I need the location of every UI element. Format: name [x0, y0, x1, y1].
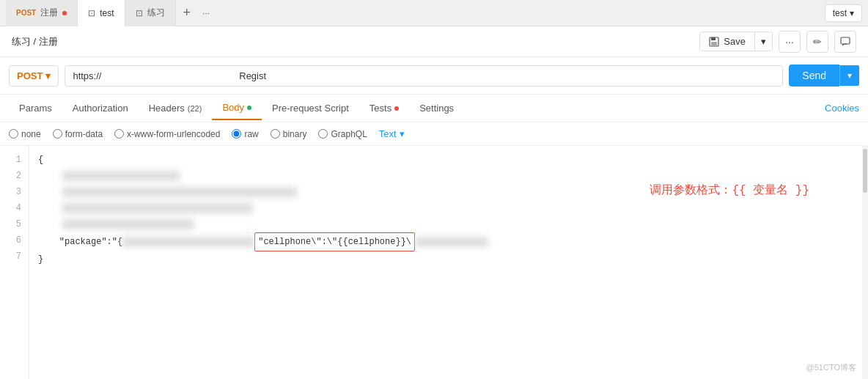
headers-badge: (22) — [188, 104, 202, 113]
code-line-6: "package":"{ "cellphone\":\"{{cellphone}… — [38, 232, 859, 251]
blurred-content — [62, 171, 180, 181]
tab-label: Authorization — [73, 103, 128, 114]
tab-bar: POST 注册 ⊡ test ⊡ 练习 + ··· test ▾ — [0, 0, 868, 26]
comment-icon — [840, 37, 850, 47]
tab-post-register[interactable]: POST 注册 — [6, 0, 78, 26]
more-icon: ··· — [785, 36, 794, 48]
breadcrumb: 练习 / 注册 — [12, 35, 58, 48]
tab-label: 练习 — [147, 7, 165, 19]
tab-label: Tests — [369, 103, 391, 114]
url-bar: POST ▾ Send ▾ — [0, 57, 868, 95]
annotation-text: 调用参数格式：{{ 变量名 }} — [650, 183, 809, 199]
tab-label: Params — [19, 103, 52, 114]
tab-label: Settings — [419, 103, 454, 114]
save-button[interactable]: Save — [700, 32, 755, 51]
code-line-7: } — [38, 251, 859, 268]
body-format-bar: none form-data x-www-form-urlencoded raw… — [0, 122, 868, 146]
cookies-link[interactable]: Cookies — [825, 103, 859, 114]
breadcrumb-prefix: 练习 / — [12, 36, 39, 47]
tab-practice[interactable]: ⊡ 练习 — [125, 0, 176, 26]
tab-tests[interactable]: Tests — [359, 97, 409, 119]
toolbar-actions: Save ▾ ··· ✏ — [699, 31, 856, 53]
edit-icon: ✏ — [813, 36, 822, 48]
edit-button[interactable]: ✏ — [806, 31, 828, 53]
more-tabs-button[interactable]: ··· — [198, 8, 214, 18]
code-line-4 — [38, 200, 859, 216]
save-label: Save — [724, 36, 746, 47]
text-format-label: Text — [379, 128, 397, 139]
blurred-content — [62, 187, 297, 197]
vertical-scrollbar[interactable] — [862, 146, 868, 379]
svg-rect-2 — [711, 42, 717, 45]
code-content[interactable]: { — [29, 146, 868, 379]
tab-icon: ⊡ — [88, 8, 95, 18]
format-raw[interactable]: raw — [232, 129, 258, 139]
tab-label: Pre-request Script — [272, 103, 349, 114]
tab-label: Headers — [149, 103, 185, 114]
method-label: POST — [17, 70, 43, 81]
env-label: test — [833, 8, 847, 18]
tab-test[interactable]: ⊡ test — [78, 0, 125, 26]
format-form-data[interactable]: form-data — [53, 129, 103, 139]
tab-params[interactable]: Params — [9, 97, 62, 119]
method-select[interactable]: POST ▾ — [9, 65, 59, 87]
comment-button[interactable] — [834, 31, 856, 53]
send-button-group: Send ▾ — [789, 65, 859, 87]
chevron-down-icon: ▾ — [850, 8, 854, 18]
chevron-down-icon: ▾ — [761, 36, 766, 47]
tab-authorization[interactable]: Authorization — [62, 97, 139, 119]
toolbar: 练习 / 注册 Save ▾ ··· ✏ — [0, 26, 868, 57]
save-icon — [709, 37, 719, 47]
add-tab-button[interactable]: + — [176, 5, 199, 21]
blurred-content — [62, 203, 253, 213]
tab-settings[interactable]: Settings — [409, 97, 464, 119]
tab-label: Body — [222, 102, 244, 113]
send-button[interactable]: Send — [789, 65, 839, 87]
toolbar-more-button[interactable]: ··· — [779, 31, 801, 53]
svg-rect-3 — [841, 37, 850, 44]
send-arrow-button[interactable]: ▾ — [839, 65, 859, 86]
chevron-down-icon: ▾ — [400, 128, 405, 139]
format-none[interactable]: none — [9, 129, 41, 139]
variable-highlight: "cellphone\":\"{{cellphone}}\ — [254, 232, 415, 251]
line-numbers: 1 2 3 4 5 6 7 — [0, 146, 29, 379]
tab-label: test — [100, 8, 114, 18]
save-arrow-button[interactable]: ▾ — [755, 32, 772, 51]
app-container: POST 注册 ⊡ test ⊡ 练习 + ··· test ▾ 练习 / 注册 — [0, 0, 868, 379]
chevron-down-icon: ▾ — [45, 70, 51, 81]
environment-selector[interactable]: test ▾ — [825, 4, 862, 22]
chevron-down-icon: ▾ — [847, 70, 852, 81]
blurred-content — [122, 237, 254, 247]
blurred-content — [415, 237, 488, 247]
breadcrumb-page: 注册 — [39, 36, 58, 47]
tab-pre-request-script[interactable]: Pre-request Script — [262, 97, 359, 119]
code-editor: 1 2 3 4 5 6 7 { — [0, 146, 868, 379]
save-button-group: Save ▾ — [699, 32, 773, 51]
tab-headers[interactable]: Headers (22) — [139, 97, 213, 119]
url-input[interactable] — [65, 65, 783, 87]
format-urlencoded[interactable]: x-www-form-urlencoded — [114, 129, 220, 139]
scrollbar-thumb[interactable] — [863, 149, 867, 193]
code-line-1: { — [38, 152, 859, 168]
format-binary[interactable]: binary — [271, 129, 307, 139]
unsaved-dot — [62, 11, 67, 15]
method-badge: POST — [16, 9, 36, 17]
blurred-content — [62, 219, 194, 229]
body-active-dot — [247, 106, 251, 110]
text-format-dropdown[interactable]: Text ▾ — [379, 128, 405, 139]
request-tabs: Params Authorization Headers (22) Body P… — [0, 95, 868, 122]
tab-body[interactable]: Body — [212, 96, 262, 120]
code-line-2 — [38, 168, 859, 184]
watermark: @51CTO博客 — [806, 362, 856, 373]
format-graphql[interactable]: GraphQL — [318, 129, 367, 139]
tests-dot — [394, 106, 399, 111]
tab-icon: ⊡ — [136, 8, 143, 18]
svg-rect-1 — [711, 37, 716, 40]
code-line-5 — [38, 216, 859, 232]
tab-label: 注册 — [40, 7, 58, 19]
